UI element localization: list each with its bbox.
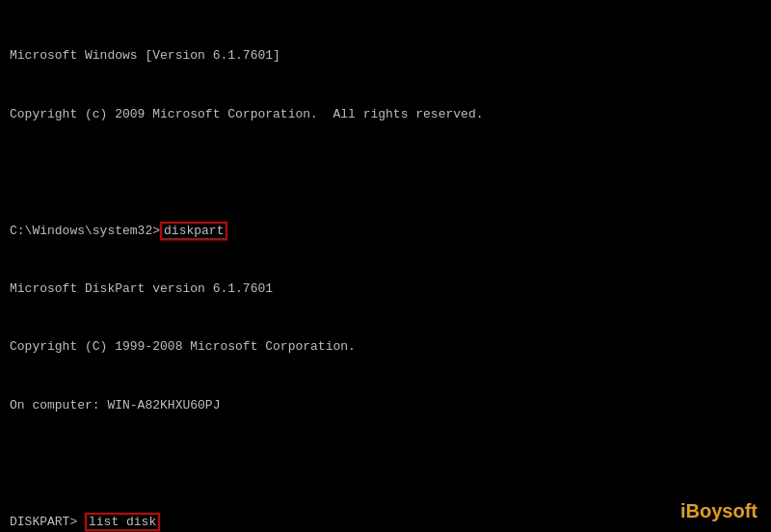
cmd-diskpart: diskpart	[160, 222, 227, 240]
terminal-window: Microsoft Windows [Version 6.1.7601] Cop…	[0, 0, 771, 532]
line-6: Copyright (C) 1999-2008 Microsoft Corpor…	[10, 337, 761, 357]
line-2: Copyright (c) 2009 Microsoft Corporation…	[10, 105, 761, 124]
brand-name: Boysoft	[686, 500, 758, 521]
iboysoft-logo: iBoysoft	[680, 500, 758, 522]
line-5: Microsoft DiskPart version 6.1.7601	[10, 279, 761, 299]
line-8	[10, 454, 761, 473]
line-4: C:\Windows\system32>diskpart	[10, 222, 761, 241]
line-3	[10, 163, 761, 182]
line-9: DISKPART> list disk	[10, 513, 761, 532]
cmd-list-disk: list disk	[85, 513, 160, 531]
line-7: On computer: WIN-A82KHXU60PJ	[10, 396, 761, 415]
line-1: Microsoft Windows [Version 6.1.7601]	[10, 46, 761, 66]
